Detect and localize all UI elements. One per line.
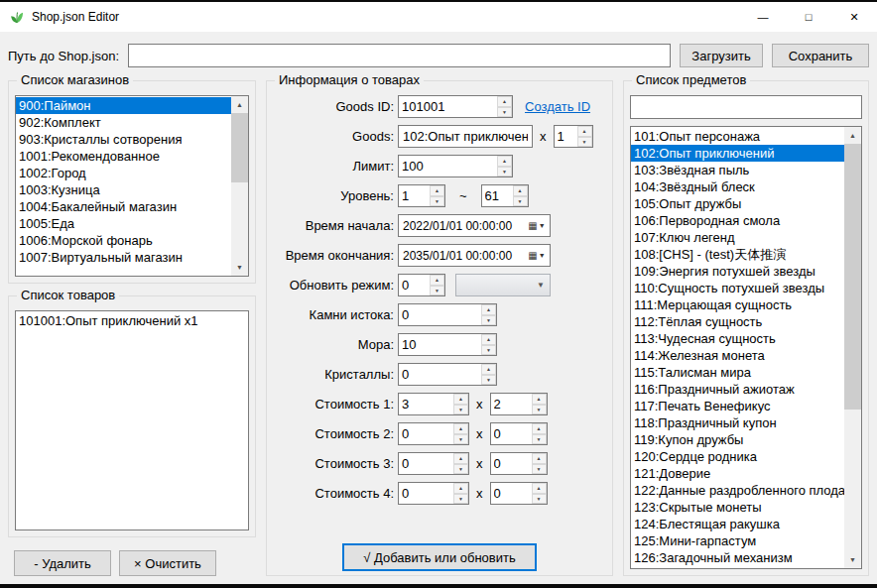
cost-3-value-spinner[interactable]: ▲▼ [398, 452, 469, 475]
calendar-dropdown-icon[interactable]: ▦▼ [524, 220, 550, 231]
limit-spinner[interactable]: ▲▼ [398, 155, 513, 177]
spin-down-icon[interactable]: ▼ [532, 464, 547, 475]
spin-up-icon[interactable]: ▲ [532, 394, 547, 405]
cost-1-count-input[interactable] [491, 394, 532, 414]
list-item[interactable]: 102:Опыт приключений [631, 145, 844, 162]
list-item[interactable]: 113:Чудесная сущность [631, 330, 844, 347]
list-item[interactable]: 119:Купон дружбы [631, 431, 844, 448]
list-item[interactable]: 902:Комплект [16, 114, 231, 131]
refresh-mode-select[interactable]: ▼ [455, 274, 551, 296]
end-time-picker[interactable]: 2035/01/01 00:00:00 ▦▼ [398, 244, 551, 267]
list-item[interactable]: 1002:Город [16, 165, 231, 181]
spin-up-icon[interactable]: ▲ [532, 483, 547, 494]
list-item[interactable]: 106:Первородная смола [631, 212, 844, 229]
spin-down-icon[interactable]: ▼ [481, 315, 496, 326]
list-item[interactable]: 122:Данные раздробленного плода [631, 482, 844, 499]
spin-up-icon[interactable]: ▲ [453, 453, 468, 464]
list-item[interactable]: 1001:Рекомендованное [16, 148, 231, 165]
scroll-up-icon[interactable]: ▲ [231, 96, 248, 113]
list-item[interactable]: 101:Опыт персонажа [631, 128, 844, 145]
list-item[interactable]: 107:Ключ легенд [631, 229, 844, 246]
delete-button[interactable]: - Удалить [14, 550, 111, 576]
list-item[interactable]: 126:Загадочный механизм [631, 549, 844, 566]
cost-1-count-spinner[interactable]: ▲▼ [490, 393, 548, 415]
spin-up-icon[interactable]: ▲ [453, 394, 468, 405]
cost-1-value-spinner[interactable]: ▲▼ [398, 393, 469, 415]
cost-2-value-input[interactable] [399, 423, 453, 444]
scrollbar-track[interactable] [844, 144, 861, 551]
list-item[interactable]: 112:Тёплая сущность [631, 313, 844, 330]
spin-up-icon[interactable]: ▲ [430, 275, 444, 286]
goods-id-spinner[interactable]: ▲▼ [398, 95, 513, 118]
spin-up-icon[interactable]: ▲ [532, 423, 547, 434]
spin-down-icon[interactable]: ▼ [481, 345, 496, 356]
scrollbar-track[interactable] [231, 113, 248, 259]
list-item[interactable]: 1004:Бакалейный магазин [16, 198, 231, 215]
cost-1-value-input[interactable] [399, 394, 453, 414]
refresh-mode-input[interactable] [399, 275, 430, 295]
goods-id-input[interactable] [399, 96, 497, 117]
cost-4-count-input[interactable] [491, 483, 532, 504]
save-button[interactable]: Сохранить [772, 44, 869, 67]
scroll-up-icon[interactable]: ▲ [844, 127, 861, 144]
create-id-link[interactable]: Создать ID [525, 99, 590, 114]
level-max-spinner[interactable]: ▲▼ [481, 184, 529, 207]
cost-4-count-spinner[interactable]: ▲▼ [490, 482, 548, 505]
list-item[interactable]: 117:Печать Венефикус [631, 398, 844, 414]
goods-count-spinner[interactable]: ▲▼ [554, 125, 593, 148]
item-list-scrollbar[interactable]: ▲ ▼ [844, 127, 861, 568]
level-max-input[interactable] [482, 185, 513, 206]
limit-input[interactable] [399, 156, 497, 176]
list-item[interactable]: 101001:Опыт приключений x1 [16, 312, 248, 329]
add-or-update-button[interactable]: √ Добавить или обновить [342, 543, 537, 571]
list-item[interactable]: 121:Доверие [631, 465, 844, 482]
cost-2-count-spinner[interactable]: ▲▼ [490, 422, 548, 445]
list-item[interactable]: 114:Железная монета [631, 347, 844, 364]
path-input[interactable] [128, 44, 671, 67]
cost-3-value-input[interactable] [399, 453, 453, 474]
spin-down-icon[interactable]: ▼ [497, 107, 512, 118]
spin-down-icon[interactable]: ▼ [453, 494, 468, 505]
cost-4-value-spinner[interactable]: ▲▼ [398, 482, 469, 505]
spin-down-icon[interactable]: ▼ [430, 286, 444, 296]
calendar-dropdown-icon[interactable]: ▦▼ [524, 250, 550, 261]
spin-down-icon[interactable]: ▼ [453, 405, 468, 415]
list-item[interactable]: 118:Праздничный купон [631, 414, 844, 431]
spin-down-icon[interactable]: ▼ [532, 494, 547, 505]
spin-up-icon[interactable]: ▲ [481, 334, 496, 345]
spin-up-icon[interactable]: ▲ [513, 185, 528, 196]
spin-down-icon[interactable]: ▼ [513, 196, 528, 207]
cost-4-value-input[interactable] [399, 483, 453, 504]
cost-3-count-spinner[interactable]: ▲▼ [490, 452, 548, 475]
level-min-input[interactable] [399, 185, 430, 206]
refresh-mode-spinner[interactable]: ▲▼ [398, 274, 445, 296]
spin-down-icon[interactable]: ▼ [453, 434, 468, 445]
scrollbar-thumb[interactable] [231, 113, 248, 182]
list-item[interactable]: 120:Сердце родника [631, 448, 844, 465]
crystal-spinner[interactable]: ▲▼ [398, 363, 497, 386]
list-item[interactable]: 115:Талисман мира [631, 364, 844, 381]
spin-down-icon[interactable]: ▼ [497, 167, 512, 177]
list-item[interactable]: 104:Звёздный блеск [631, 178, 844, 195]
list-item[interactable]: 900:Паймон [16, 97, 231, 114]
list-item[interactable]: 1006:Морской фонарь [16, 232, 231, 249]
list-item[interactable]: 1005:Еда [16, 215, 231, 232]
item-search-input[interactable] [630, 95, 862, 119]
clear-button[interactable]: × Очистить [119, 550, 216, 576]
list-item[interactable]: 103:Звёздная пыль [631, 162, 844, 178]
list-item[interactable]: 1007:Виртуальный магазин [16, 249, 231, 266]
spin-up-icon[interactable]: ▲ [497, 96, 512, 107]
spin-up-icon[interactable]: ▲ [453, 423, 468, 434]
spin-down-icon[interactable]: ▼ [577, 137, 592, 148]
spin-up-icon[interactable]: ▲ [577, 126, 592, 137]
spin-down-icon[interactable]: ▼ [430, 196, 444, 207]
primogem-input[interactable] [399, 304, 481, 325]
cost-3-count-input[interactable] [491, 453, 532, 474]
list-item[interactable]: 108:[CHS] - (test)天体推演 [631, 246, 844, 263]
minimize-button[interactable]: — [740, 2, 786, 32]
spin-down-icon[interactable]: ▼ [532, 405, 547, 415]
spin-up-icon[interactable]: ▲ [481, 304, 496, 315]
list-item[interactable]: 116:Праздничный ажиотаж [631, 381, 844, 398]
crystal-input[interactable] [399, 364, 481, 385]
begin-time-picker[interactable]: 2022/01/01 00:00:00 ▦▼ [398, 214, 551, 237]
